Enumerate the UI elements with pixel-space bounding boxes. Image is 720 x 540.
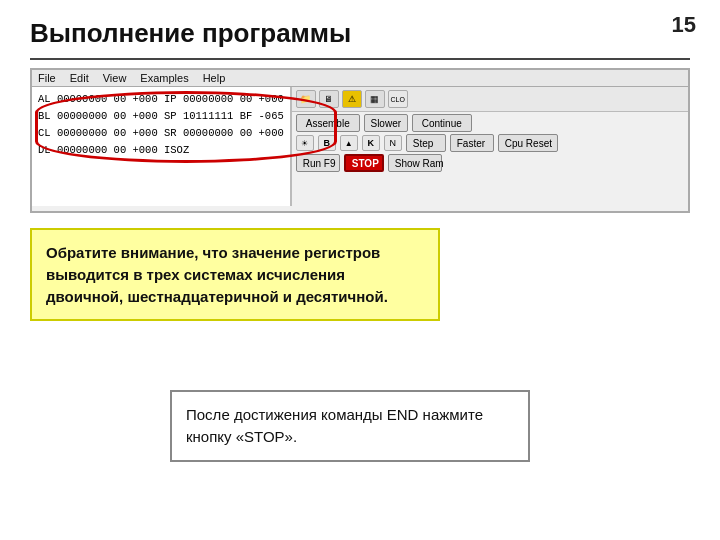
register-panel: AL 00000000 00 +000 IP 00000000 00 +000 … (32, 87, 291, 206)
reg-row-3: DL 00000000 00 +000 ISOZ (38, 142, 284, 159)
menu-file[interactable]: File (38, 72, 56, 84)
continue-button[interactable]: Continue (412, 114, 472, 132)
page-title: Выполнение программы (30, 18, 351, 49)
reg-row-0: AL 00000000 00 +000 IP 00000000 00 +000 (38, 91, 284, 108)
menu-examples[interactable]: Examples (140, 72, 188, 84)
arrow-up-icon[interactable]: ▲ (340, 135, 358, 151)
sun-icon[interactable]: ☀ (296, 135, 314, 151)
slide-number: 15 (672, 12, 696, 38)
show-ram-button[interactable]: Show Ram (388, 154, 442, 172)
clo-icon[interactable]: CLO (388, 90, 408, 108)
toolbar-panel: 📁 🖥 ⚠ ▦ CLO Assemble Slower Continue ☀ B… (291, 87, 688, 206)
toolbar-buttons: Assemble Slower Continue ☀ B ▲ K N Step … (292, 112, 688, 175)
toolbar-row-3: Run F9 STOP Show Ram (296, 154, 684, 172)
emulator-window: File Edit View Examples Help AL 00000000… (30, 68, 690, 213)
menu-help[interactable]: Help (203, 72, 226, 84)
toolbar-icons-row: 📁 🖥 ⚠ ▦ CLO (292, 87, 688, 112)
toolbar-row-1: Assemble Slower Continue (296, 114, 684, 132)
b-icon[interactable]: B (318, 135, 336, 151)
note-text: После достижения команды END нажмите кно… (186, 404, 514, 448)
title-divider (30, 58, 690, 60)
slower-button[interactable]: Slower (364, 114, 408, 132)
k-icon[interactable]: K (362, 135, 380, 151)
warning-icon[interactable]: ⚠ (342, 90, 362, 108)
toolbar-row-2: ☀ B ▲ K N Step Faster Cpu Reset (296, 134, 684, 152)
cpu-reset-button[interactable]: Cpu Reset (498, 134, 558, 152)
reg-row-2: CL 00000000 00 +000 SR 00000000 00 +000 (38, 125, 284, 142)
menu-edit[interactable]: Edit (70, 72, 89, 84)
run-f9-button[interactable]: Run F9 (296, 154, 340, 172)
info-box: Обратите внимание, что значение регистро… (30, 228, 440, 321)
menu-bar: File Edit View Examples Help (32, 70, 688, 87)
monitor-icon[interactable]: 🖥 (319, 90, 339, 108)
emulator-body: AL 00000000 00 +000 IP 00000000 00 +000 … (32, 87, 688, 206)
reg-row-1: BL 00000000 00 +000 SP 10111111 BF -065 (38, 108, 284, 125)
info-text: Обратите внимание, что значение регистро… (46, 242, 424, 307)
note-box: После достижения команды END нажмите кно… (170, 390, 530, 462)
faster-button[interactable]: Faster (450, 134, 494, 152)
n-icon[interactable]: N (384, 135, 402, 151)
step-button[interactable]: Step (406, 134, 446, 152)
folder-icon[interactable]: 📁 (296, 90, 316, 108)
menu-view[interactable]: View (103, 72, 127, 84)
assemble-button[interactable]: Assemble (296, 114, 360, 132)
grid-icon[interactable]: ▦ (365, 90, 385, 108)
stop-button[interactable]: STOP (344, 154, 384, 172)
